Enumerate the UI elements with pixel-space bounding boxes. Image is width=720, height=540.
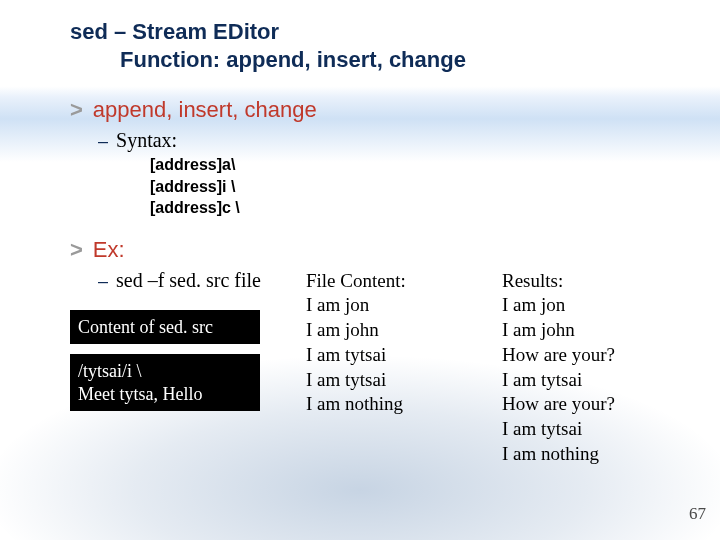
syntax-row: – Syntax: bbox=[98, 129, 680, 152]
chevron-right-icon: > bbox=[70, 99, 83, 121]
code-box-sedsrc-content: /tytsai/i \ Meet tytsa, Hello bbox=[70, 354, 260, 411]
ex-command: sed –f sed. src file bbox=[116, 269, 261, 292]
chevron-right-icon: > bbox=[70, 239, 83, 261]
ex-cmd-row: – sed –f sed. src file bbox=[98, 269, 280, 292]
example-columns: – sed –f sed. src file Content of sed. s… bbox=[70, 269, 680, 467]
results-block: Results: I am jon I am john How are your… bbox=[502, 269, 672, 467]
syntax-lines: [address]a\ [address]i \ [address]c \ bbox=[150, 154, 680, 219]
section2-heading: Ex: bbox=[93, 237, 125, 263]
slide: sed – Stream EDitor Function: append, in… bbox=[0, 0, 720, 540]
bullet-ex: > Ex: bbox=[70, 237, 680, 263]
syntax-label: Syntax: bbox=[116, 129, 177, 152]
title-line1: sed – Stream EDitor bbox=[70, 19, 279, 44]
section1-heading: append, insert, change bbox=[93, 97, 317, 123]
file-content-block: File Content: I am jon I am john I am ty… bbox=[306, 269, 476, 417]
col-left: – sed –f sed. src file Content of sed. s… bbox=[70, 269, 280, 412]
page-number: 67 bbox=[689, 504, 706, 524]
slide-title: sed – Stream EDitor Function: append, in… bbox=[70, 18, 680, 73]
code-box-sedsrc-header: Content of sed. src bbox=[70, 310, 260, 345]
title-line2: Function: append, insert, change bbox=[70, 46, 680, 74]
dash-icon: – bbox=[98, 131, 108, 152]
dash-icon: – bbox=[98, 271, 108, 292]
bullet-append-insert-change: > append, insert, change bbox=[70, 97, 680, 123]
